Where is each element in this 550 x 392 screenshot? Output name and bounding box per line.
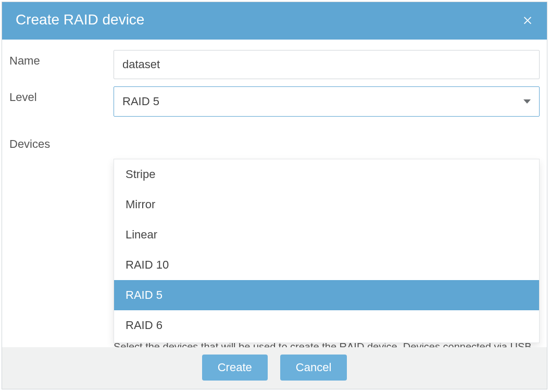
dialog-header: Create RAID device <box>2 2 547 40</box>
level-option[interactable]: Mirror <box>114 189 539 220</box>
level-option[interactable]: Stripe <box>114 159 539 189</box>
create-raid-dialog: Create RAID device Name Level RAID 5 Dev… <box>2 2 547 389</box>
chevron-down-icon <box>523 99 531 104</box>
row-level: Level RAID 5 <box>2 76 547 117</box>
level-select[interactable]: RAID 5 <box>114 86 540 117</box>
level-dropdown[interactable]: StripeMirrorLinearRAID 10RAID 5RAID 6 <box>114 159 540 343</box>
create-button[interactable]: Create <box>202 355 268 381</box>
level-option[interactable]: RAID 5 <box>114 280 539 310</box>
devices-label: Devices <box>2 117 114 151</box>
name-input[interactable] <box>114 50 540 79</box>
dialog-body: Name Level RAID 5 Devices StripeMirrorLi… <box>2 40 547 347</box>
close-icon[interactable] <box>522 14 533 26</box>
level-select-value: RAID 5 <box>122 95 159 108</box>
level-option[interactable]: RAID 6 <box>114 310 539 340</box>
name-label: Name <box>2 40 114 68</box>
row-name: Name <box>2 40 547 79</box>
dialog-title: Create RAID device <box>16 11 144 28</box>
cancel-button[interactable]: Cancel <box>280 355 347 381</box>
level-option[interactable]: RAID 10 <box>114 250 539 280</box>
dialog-footer: Create Cancel <box>2 347 547 389</box>
level-label: Level <box>2 76 114 104</box>
level-option[interactable]: Linear <box>114 220 539 250</box>
row-devices: Devices <box>2 117 547 151</box>
